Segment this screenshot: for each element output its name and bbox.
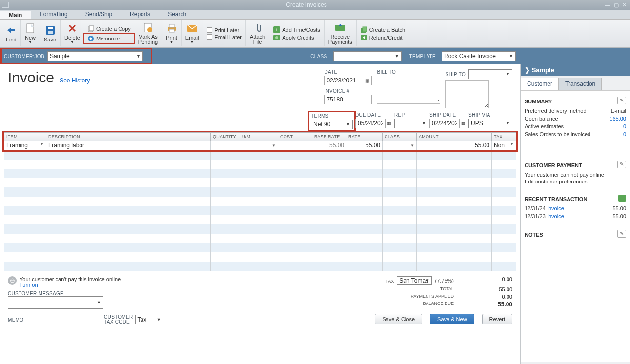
edit-payment-icon[interactable]: ✎ [617, 161, 626, 168]
refund-credit-button[interactable]: Refund/Credit [361, 34, 405, 41]
col-item[interactable]: ITEM [4, 133, 46, 141]
date-input[interactable] [324, 76, 363, 85]
payments-amount: 0.00 [473, 294, 512, 300]
calendar-icon[interactable]: ▦ [460, 119, 467, 128]
col-tax[interactable]: TAX [492, 133, 516, 141]
print-later-check[interactable]: Print Later [207, 27, 242, 33]
mark-pending-button[interactable]: Mark As Pending [134, 20, 162, 46]
add-time-costs-button[interactable]: +Add Time/Costs [273, 26, 320, 33]
class-label: CLASS [310, 54, 327, 59]
refresh-icon[interactable] [618, 195, 626, 202]
turn-on-link[interactable]: Turn on [20, 282, 38, 288]
col-rate[interactable]: RATE [346, 133, 383, 141]
see-history-link[interactable]: See History [60, 77, 90, 84]
sales-orders-link[interactable]: 0 [623, 131, 626, 137]
class-select[interactable]: ▼ [333, 51, 402, 61]
customer-payment-title: CUSTOMER PAYMENT [525, 162, 582, 168]
recent-txn-title: RECENT TRANSACTION [525, 196, 587, 202]
create-copy-button[interactable]: Create a Copy [84, 24, 134, 33]
col-um[interactable]: U/M [240, 133, 278, 141]
invoice-no-label: INVOICE # [324, 88, 372, 94]
calendar-icon[interactable]: ▦ [386, 119, 393, 128]
date-label: DATE [324, 69, 372, 75]
new-button[interactable]: New▼ [21, 20, 40, 46]
ribbon: Find New▼ Save Delete▼ Create a Copy Mem… [0, 20, 630, 48]
terms-select[interactable]: Net 90▼ [311, 120, 353, 129]
tax-code-label: CUSTOMER TAX CODE [104, 315, 133, 324]
minimize-icon[interactable]: — [604, 2, 611, 8]
memo-input[interactable] [28, 315, 96, 324]
email-later-check[interactable]: Email Later [207, 34, 242, 40]
col-cost[interactable]: COST [278, 133, 312, 141]
duedate-input[interactable] [355, 119, 386, 128]
save-new-button[interactable]: Save & New [430, 314, 474, 324]
tax-code-select[interactable]: Tax▼ [135, 315, 163, 324]
paperclip-icon [252, 22, 263, 33]
table-row[interactable]: Framing▼ Framing labor ▼ 55.00 55.00 ▼ 5… [4, 141, 516, 150]
tab-main[interactable]: Main [0, 10, 31, 19]
customer-job-select[interactable]: Sample▼ [47, 51, 143, 61]
memo-label: MEMO [8, 317, 23, 323]
invoice-no-input[interactable] [324, 95, 372, 104]
pdm-value: E-mail [611, 108, 626, 114]
sales-orders-label: Sales Orders to be invoiced [525, 131, 590, 137]
side-panel-title: ❯ Sample [521, 64, 630, 76]
save-button[interactable]: Save [40, 20, 61, 46]
shipto-input[interactable] [445, 80, 489, 108]
receive-icon [335, 22, 345, 33]
calendar-icon[interactable]: ▦ [363, 76, 372, 85]
template-select[interactable]: Rock Castle Invoice▼ [442, 51, 516, 61]
tab-formatting[interactable]: Formatting [31, 10, 76, 19]
pay-online-msg: Your customer can't pay this invoice onl… [20, 276, 121, 282]
terms-label: TERMS [311, 113, 353, 119]
find-button[interactable]: Find [2, 20, 21, 46]
save-close-button[interactable]: SSave & Closeave & Close [375, 314, 422, 324]
create-batch-button[interactable]: Create a Batch [361, 26, 405, 33]
tab-sendship[interactable]: Send/Ship [77, 10, 121, 19]
tax-select[interactable]: San Tomas▼ [397, 276, 432, 285]
active-estimates-label: Active estimates [525, 123, 564, 129]
edit-prefs-link[interactable]: Edit customer preferences [525, 179, 587, 184]
active-estimates-link[interactable]: 0 [623, 123, 626, 129]
svg-rect-15 [169, 29, 174, 32]
tab-reports[interactable]: Reports [121, 10, 159, 19]
shipvia-select[interactable]: UPS▼ [468, 119, 512, 128]
col-description[interactable]: DESCRIPTION [46, 133, 211, 141]
close-icon[interactable]: ✕ [621, 2, 628, 8]
print-button[interactable]: Print▼ [162, 20, 182, 46]
col-quantity[interactable]: QUANTITY [211, 133, 240, 141]
side-tab-transaction[interactable]: Transaction [559, 78, 602, 90]
col-amount[interactable]: AMOUNT [417, 133, 492, 141]
apply-credits-button[interactable]: Apply Credits [273, 34, 320, 41]
billto-input[interactable] [377, 76, 440, 104]
billto-label: BILL TO [377, 69, 440, 75]
edit-summary-icon[interactable]: ✎ [617, 97, 626, 104]
shipdate-input[interactable] [429, 119, 460, 128]
receive-payments-button[interactable]: Receive Payments [325, 20, 357, 46]
printer-icon [166, 23, 177, 34]
col-class[interactable]: CLASS [383, 133, 417, 141]
tab-search[interactable]: Search [159, 10, 195, 19]
shipto-select[interactable]: ▼ [468, 69, 512, 79]
recent1-link[interactable]: Invoice [547, 205, 564, 211]
col-base-rate[interactable]: BASE RATE [312, 133, 346, 141]
customer-bar: CUSTOMER:JOB Sample▼ CLASS ▼ TEMPLATE Ro… [0, 48, 630, 64]
title-bar: Create Invoices — ▢ ✕ [0, 0, 630, 10]
revert-button[interactable]: Revert [482, 314, 512, 324]
maximize-icon[interactable]: ▢ [612, 2, 620, 8]
attach-file-button[interactable]: Attach File [246, 20, 269, 46]
side-tab-customer[interactable]: Customer [521, 78, 559, 90]
balance-amount: 55.00 [473, 301, 512, 308]
memorize-button[interactable]: Memorize [84, 34, 134, 43]
email-icon [187, 23, 198, 34]
app-menu-icon[interactable] [2, 2, 9, 8]
line-items-table-blank[interactable] [4, 150, 516, 271]
delete-button[interactable]: Delete▼ [61, 20, 84, 46]
rep-select[interactable]: ▼ [394, 119, 428, 128]
balance-label: BALANCE DUE [395, 301, 454, 308]
open-balance-link[interactable]: 165.00 [610, 116, 626, 121]
recent2-link[interactable]: Invoice [547, 213, 564, 219]
email-button[interactable]: Email▼ [182, 20, 203, 46]
edit-notes-icon[interactable]: ✎ [617, 230, 626, 238]
customer-message-select[interactable]: ▼ [8, 296, 103, 309]
